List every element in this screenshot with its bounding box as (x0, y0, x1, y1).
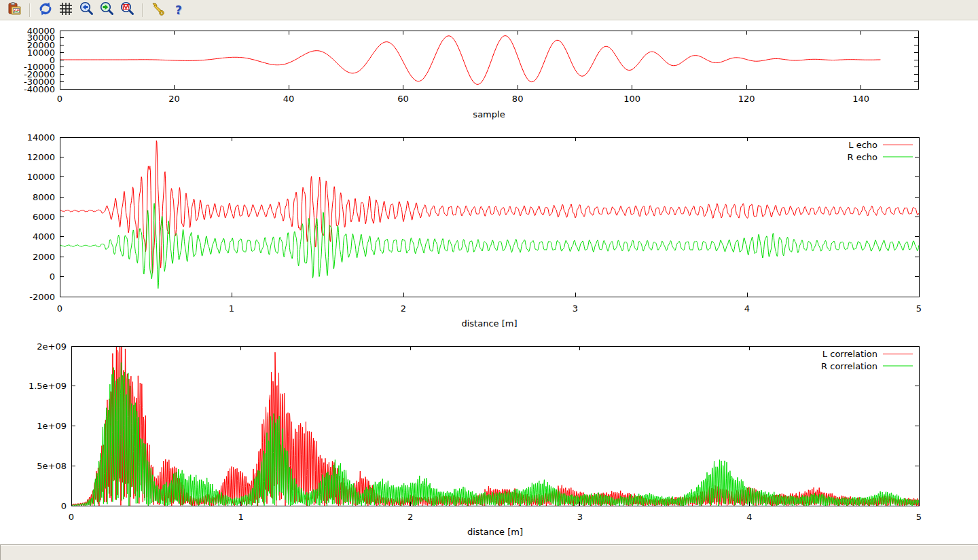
x-tick-label: 4 (744, 303, 750, 314)
legend-label-l-echo: L echo (848, 140, 877, 150)
x-tick-label: 5 (916, 303, 922, 314)
y-tick-label: 6000 (33, 212, 55, 222)
x-tick-label: 5 (916, 512, 922, 522)
x-tick-label: 120 (738, 94, 755, 104)
gnuplot-window: ? 020406080100120140-40000-30000-20000-1… (0, 0, 978, 560)
legend-label-l-correlation: L correlation (822, 349, 877, 359)
x-tick-label: 1 (229, 303, 234, 314)
status-bar (0, 544, 978, 560)
x-tick-label: 20 (168, 94, 180, 104)
x-tick-label: 0 (57, 303, 62, 314)
help-icon: ? (175, 3, 182, 17)
toolbar-separator (142, 3, 143, 17)
x-axis-label: distance [m] (461, 318, 517, 329)
zoom-previous-button[interactable] (77, 1, 96, 20)
replot-icon (38, 1, 53, 19)
charts-canvas[interactable]: 020406080100120140-40000-30000-20000-100… (0, 21, 978, 544)
y-tick-label: 4000 (33, 231, 55, 242)
configure-button[interactable] (149, 1, 168, 20)
series-l-echo (60, 141, 919, 273)
y-tick-label: 1.5e+09 (29, 381, 67, 391)
x-tick-label: 3 (573, 303, 578, 314)
chart-correlation[interactable]: 01234505e+081e+091.5e+092e+09distance [m… (29, 315, 922, 538)
x-axis-label: sample (473, 109, 505, 119)
y-tick-label: 2000 (33, 252, 55, 262)
y-tick-label: 40000 (27, 26, 55, 36)
toolbar: ? (0, 0, 978, 20)
y-tick-label: 0 (61, 501, 67, 511)
toolbar-separator (29, 3, 31, 17)
y-tick-label: -2000 (29, 292, 55, 302)
y-tick-label: 10000 (27, 172, 55, 182)
zoom-next-icon (99, 1, 114, 19)
plot-surface[interactable]: 020406080100120140-40000-30000-20000-100… (0, 21, 978, 544)
y-tick-label: 14000 (27, 132, 55, 143)
x-tick-label: 60 (397, 94, 409, 104)
plot-border (71, 346, 919, 506)
x-tick-label: 80 (512, 94, 524, 104)
autoscale-button[interactable] (117, 1, 137, 20)
series-r-correlation (71, 362, 919, 506)
grid-button[interactable] (56, 1, 75, 20)
y-tick-label: 2e+09 (37, 341, 67, 352)
grid-icon (58, 1, 73, 19)
x-tick-label: 2 (401, 303, 406, 314)
x-tick-label: 0 (69, 512, 74, 522)
x-tick-label: 4 (746, 512, 752, 522)
replot-button[interactable] (36, 1, 55, 20)
legend-label-r-correlation: R correlation (821, 361, 877, 371)
x-tick-label: 140 (852, 94, 869, 104)
x-tick-label: 2 (408, 512, 413, 522)
zoom-previous-icon (79, 1, 94, 19)
chart-chirp[interactable]: 020406080100120140-40000-30000-20000-100… (24, 26, 918, 120)
x-tick-label: 0 (57, 94, 62, 104)
y-tick-label: 0 (50, 272, 55, 282)
y-tick-label: 1e+09 (37, 421, 67, 431)
copy-plot-icon (7, 1, 22, 19)
legend-label-r-echo: R echo (847, 152, 877, 162)
x-tick-label: 1 (238, 512, 243, 522)
x-tick-label: 3 (577, 512, 583, 522)
help-button[interactable]: ? (169, 1, 188, 20)
copy-plot-button[interactable] (5, 1, 24, 20)
zoom-next-button[interactable] (97, 1, 116, 20)
x-tick-label: 100 (623, 94, 640, 104)
series-chirp (60, 36, 880, 85)
x-tick-label: 40 (283, 94, 295, 104)
x-axis-label: distance [m] (467, 527, 523, 537)
y-tick-label: 5e+08 (37, 461, 67, 471)
chart-echo[interactable]: 012345-200002000400060008000100001200014… (27, 132, 922, 329)
wrench-icon (151, 1, 166, 19)
autoscale-icon (120, 1, 134, 19)
y-tick-label: 12000 (27, 152, 55, 162)
series-l-correlation (71, 315, 919, 506)
y-tick-label: 8000 (33, 192, 55, 202)
